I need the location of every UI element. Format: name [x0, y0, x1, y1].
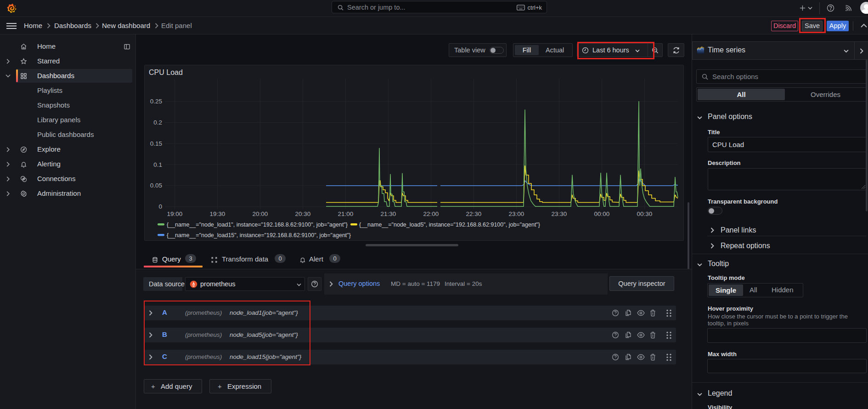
svg-text:22:00: 22:00 — [423, 210, 439, 217]
svg-text:21:30: 21:30 — [381, 210, 396, 217]
svg-text:{__name__="node_load15", insta: {__name__="node_load15", instance="192.1… — [167, 232, 351, 239]
svg-text:0: 0 — [158, 203, 162, 210]
svg-text:{__name__="node_load5", instan: {__name__="node_load5", instance="192.16… — [359, 222, 540, 228]
svg-text:20:00: 20:00 — [253, 210, 268, 217]
svg-text:19:30: 19:30 — [210, 210, 225, 217]
svg-text:{__name__="node_load1", instan: {__name__="node_load1", instance="192.16… — [167, 222, 348, 228]
svg-text:19:00: 19:00 — [167, 210, 183, 217]
svg-text:00:00: 00:00 — [594, 210, 610, 217]
svg-text:23:30: 23:30 — [552, 210, 567, 217]
svg-text:23:00: 23:00 — [509, 210, 524, 217]
svg-text:20:30: 20:30 — [295, 210, 311, 217]
svg-text:21:00: 21:00 — [338, 210, 354, 217]
svg-text:0.05: 0.05 — [150, 182, 162, 189]
svg-text:0.2: 0.2 — [153, 119, 162, 126]
svg-text:22:30: 22:30 — [466, 210, 482, 217]
svg-text:0.25: 0.25 — [150, 98, 162, 105]
svg-text:00:30: 00:30 — [637, 210, 653, 217]
svg-text:0.1: 0.1 — [153, 161, 162, 168]
svg-text:0.15: 0.15 — [150, 140, 162, 147]
